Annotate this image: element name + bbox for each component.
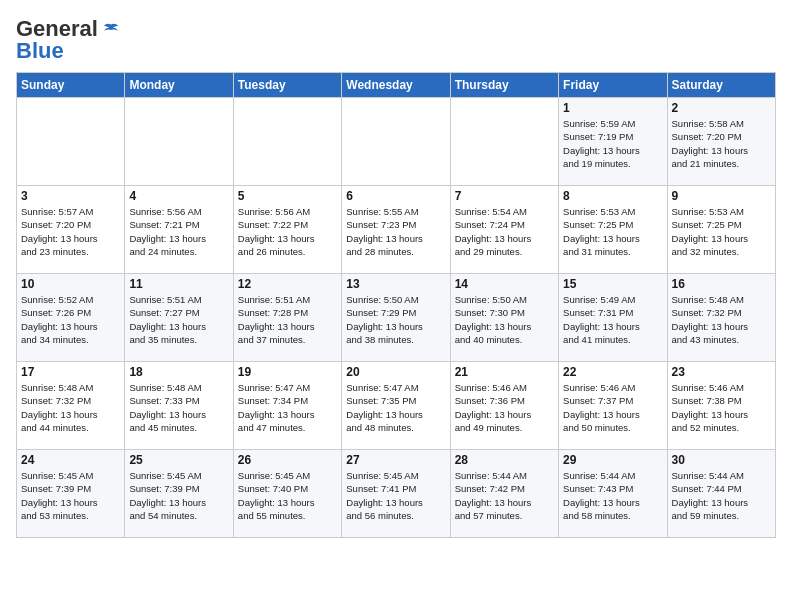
day-info: Sunrise: 5:55 AM Sunset: 7:23 PM Dayligh…: [346, 205, 445, 258]
calendar-cell: [17, 98, 125, 186]
day-info: Sunrise: 5:44 AM Sunset: 7:44 PM Dayligh…: [672, 469, 771, 522]
calendar-cell: 7Sunrise: 5:54 AM Sunset: 7:24 PM Daylig…: [450, 186, 558, 274]
calendar-cell: [450, 98, 558, 186]
day-info: Sunrise: 5:47 AM Sunset: 7:35 PM Dayligh…: [346, 381, 445, 434]
calendar-cell: 24Sunrise: 5:45 AM Sunset: 7:39 PM Dayli…: [17, 450, 125, 538]
day-number: 15: [563, 277, 662, 291]
day-info: Sunrise: 5:48 AM Sunset: 7:32 PM Dayligh…: [672, 293, 771, 346]
calendar-cell: [233, 98, 341, 186]
day-number: 10: [21, 277, 120, 291]
day-number: 23: [672, 365, 771, 379]
day-header-thursday: Thursday: [450, 73, 558, 98]
day-number: 16: [672, 277, 771, 291]
day-number: 27: [346, 453, 445, 467]
day-info: Sunrise: 5:45 AM Sunset: 7:41 PM Dayligh…: [346, 469, 445, 522]
day-number: 26: [238, 453, 337, 467]
day-number: 8: [563, 189, 662, 203]
day-info: Sunrise: 5:45 AM Sunset: 7:39 PM Dayligh…: [21, 469, 120, 522]
day-info: Sunrise: 5:53 AM Sunset: 7:25 PM Dayligh…: [672, 205, 771, 258]
day-header-saturday: Saturday: [667, 73, 775, 98]
day-number: 6: [346, 189, 445, 203]
day-info: Sunrise: 5:59 AM Sunset: 7:19 PM Dayligh…: [563, 117, 662, 170]
calendar-cell: 20Sunrise: 5:47 AM Sunset: 7:35 PM Dayli…: [342, 362, 450, 450]
day-info: Sunrise: 5:57 AM Sunset: 7:20 PM Dayligh…: [21, 205, 120, 258]
calendar-cell: 25Sunrise: 5:45 AM Sunset: 7:39 PM Dayli…: [125, 450, 233, 538]
day-info: Sunrise: 5:46 AM Sunset: 7:36 PM Dayligh…: [455, 381, 554, 434]
calendar-week-row: 1Sunrise: 5:59 AM Sunset: 7:19 PM Daylig…: [17, 98, 776, 186]
day-info: Sunrise: 5:49 AM Sunset: 7:31 PM Dayligh…: [563, 293, 662, 346]
day-info: Sunrise: 5:46 AM Sunset: 7:38 PM Dayligh…: [672, 381, 771, 434]
calendar-cell: 16Sunrise: 5:48 AM Sunset: 7:32 PM Dayli…: [667, 274, 775, 362]
day-number: 5: [238, 189, 337, 203]
day-header-sunday: Sunday: [17, 73, 125, 98]
day-info: Sunrise: 5:50 AM Sunset: 7:30 PM Dayligh…: [455, 293, 554, 346]
day-info: Sunrise: 5:45 AM Sunset: 7:40 PM Dayligh…: [238, 469, 337, 522]
calendar-cell: 29Sunrise: 5:44 AM Sunset: 7:43 PM Dayli…: [559, 450, 667, 538]
day-number: 4: [129, 189, 228, 203]
day-number: 9: [672, 189, 771, 203]
calendar-cell: 2Sunrise: 5:58 AM Sunset: 7:20 PM Daylig…: [667, 98, 775, 186]
calendar-cell: 15Sunrise: 5:49 AM Sunset: 7:31 PM Dayli…: [559, 274, 667, 362]
day-header-friday: Friday: [559, 73, 667, 98]
calendar-cell: 30Sunrise: 5:44 AM Sunset: 7:44 PM Dayli…: [667, 450, 775, 538]
calendar-cell: 9Sunrise: 5:53 AM Sunset: 7:25 PM Daylig…: [667, 186, 775, 274]
calendar-cell: 3Sunrise: 5:57 AM Sunset: 7:20 PM Daylig…: [17, 186, 125, 274]
calendar-cell: 17Sunrise: 5:48 AM Sunset: 7:32 PM Dayli…: [17, 362, 125, 450]
page-header: General Blue: [16, 16, 776, 64]
day-number: 24: [21, 453, 120, 467]
day-number: 19: [238, 365, 337, 379]
day-number: 18: [129, 365, 228, 379]
day-number: 11: [129, 277, 228, 291]
calendar-cell: 14Sunrise: 5:50 AM Sunset: 7:30 PM Dayli…: [450, 274, 558, 362]
calendar-cell: 26Sunrise: 5:45 AM Sunset: 7:40 PM Dayli…: [233, 450, 341, 538]
day-number: 25: [129, 453, 228, 467]
day-info: Sunrise: 5:51 AM Sunset: 7:27 PM Dayligh…: [129, 293, 228, 346]
day-header-tuesday: Tuesday: [233, 73, 341, 98]
day-number: 13: [346, 277, 445, 291]
calendar-cell: 1Sunrise: 5:59 AM Sunset: 7:19 PM Daylig…: [559, 98, 667, 186]
calendar-cell: [342, 98, 450, 186]
day-info: Sunrise: 5:56 AM Sunset: 7:22 PM Dayligh…: [238, 205, 337, 258]
day-info: Sunrise: 5:50 AM Sunset: 7:29 PM Dayligh…: [346, 293, 445, 346]
day-info: Sunrise: 5:48 AM Sunset: 7:33 PM Dayligh…: [129, 381, 228, 434]
calendar-cell: 27Sunrise: 5:45 AM Sunset: 7:41 PM Dayli…: [342, 450, 450, 538]
day-info: Sunrise: 5:53 AM Sunset: 7:25 PM Dayligh…: [563, 205, 662, 258]
day-info: Sunrise: 5:58 AM Sunset: 7:20 PM Dayligh…: [672, 117, 771, 170]
calendar-week-row: 24Sunrise: 5:45 AM Sunset: 7:39 PM Dayli…: [17, 450, 776, 538]
day-number: 21: [455, 365, 554, 379]
day-number: 17: [21, 365, 120, 379]
logo-bird-icon: [102, 22, 120, 36]
day-info: Sunrise: 5:44 AM Sunset: 7:43 PM Dayligh…: [563, 469, 662, 522]
day-number: 22: [563, 365, 662, 379]
calendar-cell: 18Sunrise: 5:48 AM Sunset: 7:33 PM Dayli…: [125, 362, 233, 450]
calendar-cell: 12Sunrise: 5:51 AM Sunset: 7:28 PM Dayli…: [233, 274, 341, 362]
logo: General Blue: [16, 16, 120, 64]
day-number: 1: [563, 101, 662, 115]
day-number: 14: [455, 277, 554, 291]
day-header-monday: Monday: [125, 73, 233, 98]
day-info: Sunrise: 5:52 AM Sunset: 7:26 PM Dayligh…: [21, 293, 120, 346]
day-info: Sunrise: 5:47 AM Sunset: 7:34 PM Dayligh…: [238, 381, 337, 434]
day-number: 30: [672, 453, 771, 467]
calendar-cell: 6Sunrise: 5:55 AM Sunset: 7:23 PM Daylig…: [342, 186, 450, 274]
calendar-cell: 22Sunrise: 5:46 AM Sunset: 7:37 PM Dayli…: [559, 362, 667, 450]
day-number: 3: [21, 189, 120, 203]
day-number: 2: [672, 101, 771, 115]
calendar-table: SundayMondayTuesdayWednesdayThursdayFrid…: [16, 72, 776, 538]
day-info: Sunrise: 5:56 AM Sunset: 7:21 PM Dayligh…: [129, 205, 228, 258]
day-info: Sunrise: 5:44 AM Sunset: 7:42 PM Dayligh…: [455, 469, 554, 522]
day-info: Sunrise: 5:45 AM Sunset: 7:39 PM Dayligh…: [129, 469, 228, 522]
day-number: 28: [455, 453, 554, 467]
day-info: Sunrise: 5:48 AM Sunset: 7:32 PM Dayligh…: [21, 381, 120, 434]
day-info: Sunrise: 5:54 AM Sunset: 7:24 PM Dayligh…: [455, 205, 554, 258]
day-number: 20: [346, 365, 445, 379]
calendar-cell: 21Sunrise: 5:46 AM Sunset: 7:36 PM Dayli…: [450, 362, 558, 450]
calendar-cell: [125, 98, 233, 186]
calendar-week-row: 17Sunrise: 5:48 AM Sunset: 7:32 PM Dayli…: [17, 362, 776, 450]
day-number: 7: [455, 189, 554, 203]
calendar-cell: 13Sunrise: 5:50 AM Sunset: 7:29 PM Dayli…: [342, 274, 450, 362]
calendar-cell: 11Sunrise: 5:51 AM Sunset: 7:27 PM Dayli…: [125, 274, 233, 362]
calendar-cell: 5Sunrise: 5:56 AM Sunset: 7:22 PM Daylig…: [233, 186, 341, 274]
day-number: 12: [238, 277, 337, 291]
calendar-week-row: 10Sunrise: 5:52 AM Sunset: 7:26 PM Dayli…: [17, 274, 776, 362]
